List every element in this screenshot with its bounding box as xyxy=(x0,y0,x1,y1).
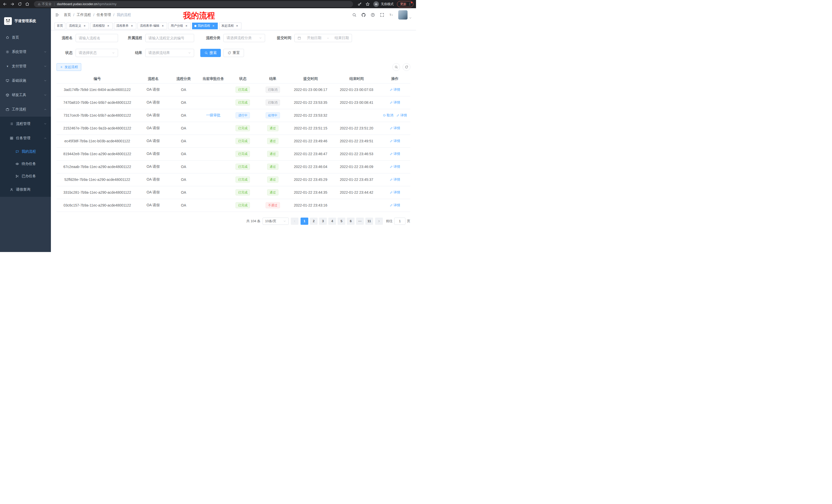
sidebar-item-system[interactable]: 系统管理 xyxy=(0,45,51,59)
reset-button[interactable]: 重置 xyxy=(224,49,244,57)
tab-my-process[interactable]: 我的流程 × xyxy=(192,23,218,29)
refresh-table-button[interactable] xyxy=(402,63,410,71)
github-icon[interactable] xyxy=(361,12,366,17)
tab-home[interactable]: 首页 xyxy=(54,23,65,29)
sidebar-item-workflow[interactable]: 工作流程 xyxy=(0,102,51,117)
breadcrumb-item[interactable]: 首页 xyxy=(64,12,71,17)
detail-link[interactable]: 详情 xyxy=(390,100,400,105)
font-size-icon[interactable]: TT xyxy=(389,12,394,17)
detail-link[interactable]: 详情 xyxy=(390,190,400,195)
tab-label: 流程定义 xyxy=(69,24,81,28)
prev-page-button[interactable] xyxy=(291,218,298,225)
result-select[interactable]: 请选择流结果 xyxy=(145,49,194,57)
pagination-more[interactable]: ··· xyxy=(356,218,364,225)
result-cell: 通过 xyxy=(258,122,288,135)
close-icon[interactable]: × xyxy=(161,24,165,28)
process-name-input[interactable] xyxy=(76,34,118,42)
close-icon[interactable]: × xyxy=(106,24,110,28)
category-select[interactable]: 请选择流程分类 xyxy=(224,34,265,42)
process-def-input[interactable] xyxy=(145,34,194,42)
close-icon[interactable]: × xyxy=(130,24,134,28)
goto-page-input[interactable] xyxy=(394,218,406,225)
browser-back-icon[interactable] xyxy=(3,2,7,6)
result-cell: 处理中 xyxy=(258,109,288,122)
pagination-page-2[interactable]: 2 xyxy=(310,218,317,225)
app-logo[interactable]: 芋道管理系统 xyxy=(0,8,51,30)
search-button[interactable]: 搜索 xyxy=(200,49,221,57)
detail-link[interactable]: 详情 xyxy=(390,203,400,207)
task-cell xyxy=(199,122,228,135)
end-time-cell: 2022-01-22 23:44:42 xyxy=(334,186,380,199)
user-menu[interactable] xyxy=(398,10,412,20)
sidebar-item-infra[interactable]: 基础设施 xyxy=(0,74,51,88)
detail-link[interactable]: 详情 xyxy=(390,139,400,143)
status-cell: 已完成 xyxy=(228,147,258,160)
sidebar-item-home[interactable]: 首页 xyxy=(0,30,51,45)
create-process-button[interactable]: 发起流程 xyxy=(57,63,81,71)
status-select[interactable]: 请选择状态 xyxy=(76,49,118,57)
page-size-select[interactable]: 10条/页 xyxy=(262,218,289,225)
toggle-search-button[interactable] xyxy=(392,63,400,71)
process-table: 编号流程名流程分类当前审批任务状态结果提交时间结束时间操作 3ad174fb-7… xyxy=(57,75,410,212)
sidebar-item-my-process[interactable]: 我的流程 xyxy=(0,145,51,158)
sidebar-item-leave-query[interactable]: 请假查询 xyxy=(0,183,51,197)
status-tag: 已完成 xyxy=(235,189,250,195)
chevron-down-icon xyxy=(259,36,262,39)
detail-link[interactable]: 详情 xyxy=(390,164,400,169)
password-manager-icon[interactable] xyxy=(357,2,362,6)
id-cell: 7470a810-7b9b-11ec-b5b7-acde48001122 xyxy=(57,96,138,109)
pagination-page-4[interactable]: 4 xyxy=(328,218,336,225)
sidebar-item-process-management[interactable]: 流程管理 xyxy=(0,117,51,131)
detail-link[interactable]: 详情 xyxy=(390,126,400,131)
approval-task-link[interactable]: 一级审批 xyxy=(206,113,220,118)
detail-link[interactable]: 详情 xyxy=(396,113,407,118)
sidebar-item-done-task[interactable]: 已办任务 xyxy=(0,170,51,183)
browser-update-menu-button[interactable]: 更新 xyxy=(397,1,413,7)
fullscreen-icon[interactable] xyxy=(380,12,384,17)
actions-cell: 详情 xyxy=(380,186,410,199)
sidebar-item-devtools[interactable]: 研发工具 xyxy=(0,88,51,102)
breadcrumb-item[interactable]: 任务管理 xyxy=(97,12,111,17)
tab-process-form[interactable]: 流程表单 × xyxy=(114,23,136,29)
close-icon[interactable]: × xyxy=(235,24,239,28)
browser-reload-icon[interactable] xyxy=(18,2,22,6)
user-icon xyxy=(10,188,14,191)
cancel-link[interactable]: 取消 xyxy=(383,113,393,118)
ban-icon xyxy=(383,114,386,117)
header-search-icon[interactable] xyxy=(352,12,357,17)
pagination-page-3[interactable]: 3 xyxy=(319,218,327,225)
help-icon[interactable] xyxy=(370,12,375,17)
pagination-page-6[interactable]: 6 xyxy=(347,218,355,225)
tab-initiate-process[interactable]: 发起流程 × xyxy=(219,23,241,29)
detail-link[interactable]: 详情 xyxy=(390,151,400,156)
tab-process-model[interactable]: 流程模型 × xyxy=(90,23,113,29)
sidebar-item-todo-task[interactable]: 待办任务 xyxy=(0,158,51,170)
submit-time-range-picker[interactable]: 开始日期 - 结束日期 xyxy=(294,34,352,42)
bookmark-star-icon[interactable] xyxy=(365,2,370,6)
detail-link[interactable]: 详情 xyxy=(390,87,400,92)
task-cell: 一级审批 xyxy=(199,109,228,122)
close-icon[interactable]: × xyxy=(82,24,87,28)
pagination-page-11[interactable]: 11 xyxy=(365,218,373,225)
tab-process-form-edit[interactable]: 流程表单-编辑 × xyxy=(137,23,167,29)
pagination-page-5[interactable]: 5 xyxy=(338,218,345,225)
user-caret-icon[interactable] xyxy=(409,17,412,20)
refresh-icon xyxy=(405,65,408,69)
sidebar-item-payment[interactable]: ¥ 支付管理 xyxy=(0,59,51,74)
detail-link[interactable]: 详情 xyxy=(390,177,400,182)
close-icon[interactable]: × xyxy=(184,24,188,28)
pagination-page-1[interactable]: 1 xyxy=(301,218,308,225)
submit-time-cell: 2022-01-22 23:44:35 xyxy=(287,186,334,199)
sidebar-toggle-icon[interactable] xyxy=(55,12,60,17)
close-icon[interactable]: × xyxy=(211,24,215,28)
address-bar[interactable]: 不安全 dashboard.yudao.iocoder.cn/bpm/task/… xyxy=(34,1,353,7)
avatar[interactable] xyxy=(398,10,408,20)
sidebar-item-task-management[interactable]: 任务管理 xyxy=(0,131,51,145)
security-chip[interactable]: 不安全 xyxy=(37,2,52,6)
next-page-button[interactable] xyxy=(375,218,383,225)
tab-process-definition[interactable]: 流程定义 × xyxy=(67,23,89,29)
browser-home-icon[interactable] xyxy=(25,2,30,6)
tab-user-group[interactable]: 用户分组 × xyxy=(168,23,191,29)
browser-forward-icon[interactable] xyxy=(10,2,15,6)
breadcrumb-item[interactable]: 工作流程 xyxy=(77,12,91,17)
